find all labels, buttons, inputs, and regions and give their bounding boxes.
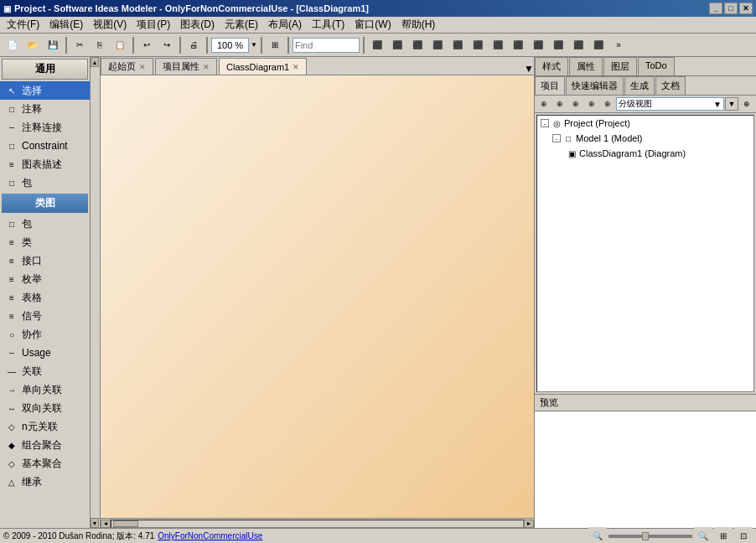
tool-one-way-assoc[interactable]: → 单向关联 [0, 380, 90, 399]
tool-comment[interactable]: □ 注释 [0, 100, 90, 118]
tool-inheritance[interactable]: △ 继承 [0, 473, 90, 491]
right-tab-project[interactable]: 项目 [535, 76, 565, 95]
right-tab-document[interactable]: 文档 [655, 76, 686, 95]
tab-class-diagram-close[interactable]: ✕ [293, 63, 299, 71]
right-tab-todo[interactable]: ToDo [638, 57, 675, 75]
menu-view[interactable]: 视图(V) [88, 16, 132, 34]
rt-btn-4[interactable]: ⊕ [584, 97, 599, 111]
tab-project-props[interactable]: 项目属性 ✕ [155, 58, 217, 75]
toolbar-expand[interactable]: » [609, 36, 628, 54]
tab-overflow-btn[interactable]: ▼ [524, 63, 534, 75]
tool-class[interactable]: ≡ 类 [0, 233, 90, 251]
grid-button[interactable]: ⊞ [266, 36, 284, 54]
right-tab-layers[interactable]: 图层 [603, 57, 637, 75]
tab-project-props-close[interactable]: ✕ [203, 63, 210, 71]
rt-btn-3[interactable]: ⊕ [568, 97, 583, 111]
window-controls[interactable]: _ □ ✕ [709, 3, 753, 14]
tree-expand-project[interactable]: - [541, 119, 549, 127]
tab-startpage-close[interactable]: ✕ [139, 63, 146, 71]
tool-aggregation[interactable]: ◇ 基本聚合 [0, 454, 90, 473]
paste-button[interactable]: 📋 [111, 36, 129, 54]
new-button[interactable]: 📄 [3, 36, 22, 54]
tab-class-diagram[interactable]: ClassDiagram1 ✕ [219, 58, 307, 75]
open-button[interactable]: 📂 [23, 36, 42, 54]
menu-layout[interactable]: 布局(A) [263, 16, 307, 34]
redo-button[interactable]: ↪ [158, 36, 176, 54]
menu-project[interactable]: 项目(P) [132, 16, 175, 34]
scroll-down-button[interactable]: ▼ [91, 518, 99, 528]
menu-help[interactable]: 帮助(H) [396, 16, 441, 34]
undo-button[interactable]: ↩ [137, 36, 156, 54]
left-v-scrollbar[interactable]: ▲ ▼ [90, 57, 100, 528]
rt-btn-2[interactable]: ⊕ [552, 97, 567, 111]
tool-composition[interactable]: ◆ 组合聚合 [0, 436, 90, 454]
tree-item-model[interactable]: - □ Model 1 (Model) [537, 131, 753, 146]
cut-button[interactable]: ✂ [70, 36, 89, 54]
right-tab-quick-editor[interactable]: 快速编辑器 [566, 76, 624, 95]
zoom-slider[interactable] [608, 535, 692, 538]
toolbar-btn-10[interactable]: ⬛ [549, 36, 567, 54]
minimize-button[interactable]: _ [709, 3, 722, 14]
diagram-area[interactable] [101, 75, 534, 518]
rt-btn-5[interactable]: ⊕ [600, 97, 615, 111]
right-tab-style[interactable]: 样式 [535, 57, 568, 75]
scroll-up-button[interactable]: ▲ [91, 57, 99, 67]
filter-button[interactable]: ▼ [725, 97, 738, 111]
tool-select[interactable]: ↖ 选择 [0, 81, 90, 100]
rt-btn-1[interactable]: ⊕ [536, 97, 551, 111]
tool-package[interactable]: □ 包 [0, 215, 90, 233]
right-tab-generate[interactable]: 生成 [624, 76, 655, 95]
menu-edit[interactable]: 编辑(E) [44, 16, 88, 34]
zoom-reset-button[interactable]: ⊡ [734, 527, 753, 544]
scroll-left-button[interactable]: ◄ [101, 520, 111, 528]
menu-window[interactable]: 窗口(W) [350, 16, 396, 34]
tool-constraint[interactable]: □ Constraint [0, 137, 90, 155]
print-button[interactable]: 🖨 [184, 36, 203, 54]
tool-table[interactable]: ≡ 表格 [0, 288, 90, 307]
zoom-in-button[interactable]: 🔍 [694, 527, 712, 544]
right-tab-properties[interactable]: 属性 [569, 57, 603, 75]
tool-usage[interactable]: ╌ Usage [0, 344, 90, 362]
close-button[interactable]: ✕ [739, 3, 753, 14]
find-input[interactable] [293, 38, 360, 53]
toolbar-btn-3[interactable]: ⬛ [408, 36, 427, 54]
copy-button[interactable]: ⎘ [91, 36, 109, 54]
tree-expand-model[interactable]: - [552, 134, 561, 142]
toolbar-btn-2[interactable]: ⬛ [388, 36, 406, 54]
tool-two-way-assoc[interactable]: ↔ 双向关联 [0, 399, 90, 417]
tool-association[interactable]: — 关联 [0, 362, 90, 380]
toolbar-btn-11[interactable]: ⬛ [569, 36, 588, 54]
license-link[interactable]: OnlyForNonCommercialUse [158, 531, 262, 540]
zoom-thumb[interactable] [642, 532, 649, 540]
tab-startpage[interactable]: 起始页 ✕ [101, 58, 153, 75]
tool-enum[interactable]: ≡ 枚举 [0, 270, 90, 288]
toolbar-btn-12[interactable]: ⬛ [589, 36, 608, 54]
tool-collaboration[interactable]: ○ 协作 [0, 325, 90, 344]
h-scroll-track[interactable] [111, 520, 524, 528]
menu-tools[interactable]: 工具(T) [307, 16, 350, 34]
zoom-dropdown[interactable]: ▼ [251, 41, 257, 49]
tool-interface[interactable]: ≡ 接口 [0, 251, 90, 270]
toolbar-btn-6[interactable]: ⬛ [469, 36, 487, 54]
tree-item-project[interactable]: - ◎ Project (Project) [537, 116, 753, 131]
menu-diagram[interactable]: 图表(D) [175, 16, 220, 34]
scroll-right-button[interactable]: ► [524, 520, 534, 528]
tool-n-assoc[interactable]: ◇ n元关联 [0, 417, 90, 436]
tree-item-diagram[interactable]: ▣ ClassDiagram1 (Diagram) [537, 146, 753, 161]
save-button[interactable]: 💾 [44, 36, 62, 54]
toolbar-btn-5[interactable]: ⬛ [448, 36, 467, 54]
h-scrollbar[interactable]: ◄ ► [101, 518, 534, 528]
zoom-fit-button[interactable]: ⊞ [714, 527, 733, 544]
tree-view-dropdown[interactable]: 分级视图 ▼ [616, 97, 724, 111]
h-scroll-thumb[interactable] [113, 520, 138, 527]
tool-comment-link[interactable]: ╌ 注释连接 [0, 118, 90, 137]
menu-file[interactable]: 文件(F) [2, 16, 44, 34]
toolbar-btn-9[interactable]: ⬛ [529, 36, 547, 54]
toolbar-btn-4[interactable]: ⬛ [428, 36, 447, 54]
tool-signal[interactable]: ≡ 信号 [0, 307, 90, 325]
toolbar-btn-8[interactable]: ⬛ [509, 36, 527, 54]
toolbar-btn-1[interactable]: ⬛ [368, 36, 386, 54]
tool-package-general[interactable]: □ 包 [0, 173, 90, 192]
menu-element[interactable]: 元素(E) [220, 16, 263, 34]
tool-diagram-desc[interactable]: ≡ 图表描述 [0, 155, 90, 173]
